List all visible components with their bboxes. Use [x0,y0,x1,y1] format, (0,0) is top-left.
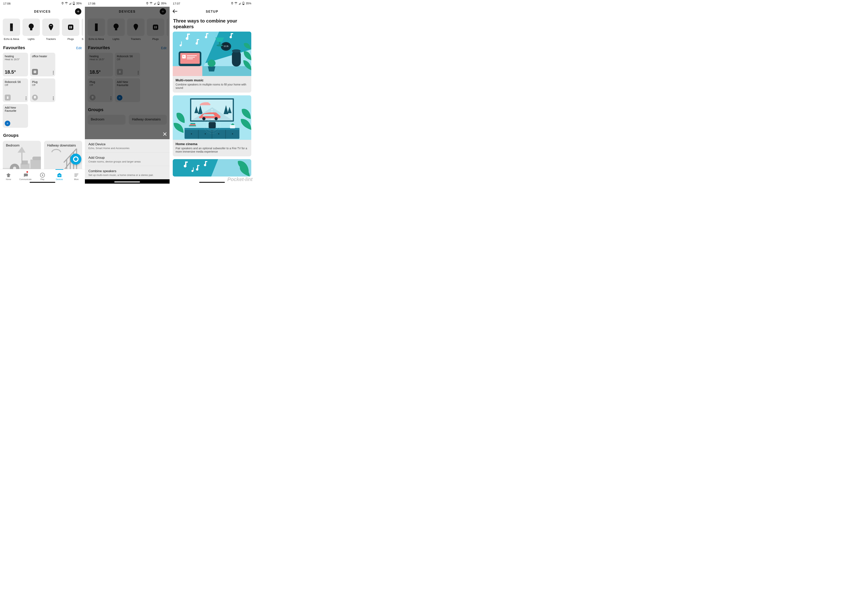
card-home-cinema[interactable]: Home cinema Pair speakers and an optiona… [173,95,251,156]
svg-point-100 [218,133,219,134]
category-plugs[interactable]: Plugs [62,18,79,40]
svg-point-101 [232,133,233,134]
echo-icon [9,23,14,32]
location-icon [146,2,149,5]
svg-rect-15 [35,71,35,72]
status-bar: 17:07 35% [169,0,255,7]
favourites-title: Favourites [3,45,25,50]
svg-rect-13 [34,71,36,73]
add-favourite-icon [5,120,10,126]
plug-icon [67,24,74,31]
svg-rect-103 [190,124,196,125]
tab-communicate[interactable]: Communicate [17,169,34,184]
favourites-header: Favourites Edit [0,45,85,50]
sheet-add-group[interactable]: Add Group Create rooms, device groups an… [85,152,170,166]
svg-rect-105 [209,122,216,128]
watermark: Pocket-lint [227,176,253,183]
category-lights[interactable]: Lights [23,18,40,40]
favourite-plug[interactable]: Plug Off [30,78,55,102]
signal-icon [69,2,72,5]
svg-rect-34 [7,175,10,177]
gesture-bar [114,181,140,183]
svg-point-91 [202,117,206,120]
tab-home[interactable]: Home [0,169,17,184]
status-time: 17:06 [3,2,11,5]
tab-devices[interactable]: Devices [51,169,68,184]
stereo-pair-illustration [173,159,251,177]
svg-rect-104 [191,123,195,124]
svg-point-41 [147,3,148,3]
status-battery: 35% [161,2,166,5]
svg-text:10:35: 10:35 [224,45,229,47]
sheet-combine-speakers[interactable]: Combine speakers Set up multi-room music… [85,166,170,179]
switch-small-icon [5,95,11,101]
screen-add-menu: 17:06 35% Devices Echo & Alexa Lights Tr… [85,0,170,184]
category-echo[interactable]: Echo & Alexa [3,18,20,40]
category-trackers[interactable]: Trackers [42,18,59,40]
close-sheet[interactable] [162,132,167,136]
svg-rect-112 [193,168,194,171]
bulb-small-icon [32,95,38,101]
page-title: Three ways to combine your speakers [169,17,255,32]
svg-rect-3 [73,4,75,5]
alexa-fab[interactable] [70,154,81,165]
favourite-add-new[interactable]: Add New Favourite [3,104,28,128]
svg-rect-21 [30,160,41,171]
svg-point-0 [62,3,63,3]
signal-icon [153,2,157,5]
status-battery: 35% [76,2,82,5]
svg-point-18 [34,96,36,98]
status-battery: 35% [246,2,251,5]
svg-point-77 [232,49,241,52]
svg-rect-6 [10,28,13,31]
favourite-office-heater[interactable]: office heater [30,53,55,76]
status-icons: 35% [231,2,251,5]
tab-more[interactable]: More [68,169,85,184]
location-icon [61,2,64,5]
svg-marker-110 [173,159,218,177]
plus-icon [76,10,80,13]
svg-rect-22 [32,157,41,160]
card-multiroom-music[interactable]: 10:35 Multi-room music Combine spe [173,32,251,93]
svg-rect-10 [68,25,73,30]
category-row: Echo & Alexa Lights Trackers Plugs S [0,18,85,40]
svg-point-8 [29,24,34,29]
svg-rect-59 [243,4,244,5]
more-icon[interactable] [26,96,26,100]
favourite-roborock[interactable]: Roborock S6 Off [3,78,28,102]
status-bar: 17:06 35% [0,0,85,7]
location-icon [231,2,233,5]
svg-point-99 [205,133,206,134]
svg-rect-108 [230,125,235,128]
menu-icon [74,173,79,177]
add-button[interactable] [75,8,81,15]
notification-dot [26,171,28,173]
bottom-nav: Home Communicate Play Devices More [0,169,85,184]
sheet-add-device[interactable]: Add Device Echo, Smart Home and Accessor… [85,139,170,152]
header-title: Setup [206,10,218,14]
svg-rect-11 [70,26,70,29]
edit-favourites[interactable]: Edit [76,46,82,50]
gesture-bar [30,182,55,183]
screen-setup: 17:07 35% Setup Three ways to combine yo… [169,0,255,184]
svg-rect-17 [8,97,8,98]
svg-point-36 [58,175,59,176]
more-icon[interactable] [53,71,54,75]
favourites-grid: heating Heat to 18.5° 18.5° office heate… [0,53,85,128]
status-time: 17:06 [88,2,96,5]
tab-play[interactable]: Play [34,169,51,184]
category-more-peek[interactable]: S [82,18,83,40]
card-stereo-pair-peek[interactable] [173,159,251,177]
wifi-icon [149,2,152,5]
favourite-heating[interactable]: heating Heat to 18.5° 18.5° [3,53,28,76]
groups-title: Groups [3,133,18,138]
svg-rect-78 [219,42,221,45]
svg-rect-81 [181,41,182,46]
more-icon[interactable] [53,96,54,100]
status-icons: 35% [61,2,82,5]
back-button[interactable] [172,9,177,14]
svg-rect-19 [35,98,35,99]
svg-point-56 [232,3,232,3]
svg-rect-76 [232,50,241,67]
home-cinema-illustration [173,95,251,140]
